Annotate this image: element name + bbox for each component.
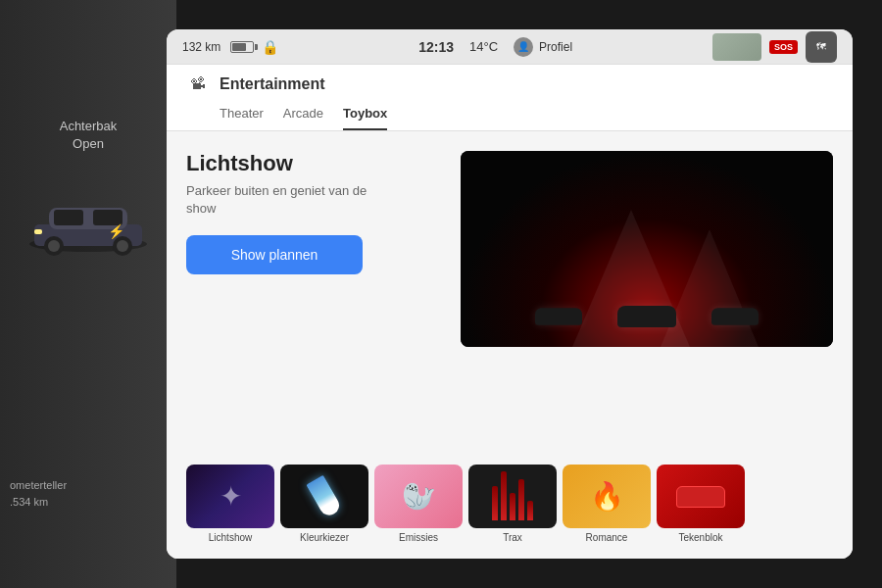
- svg-rect-9: [34, 229, 42, 234]
- feature-title: Lichtshow: [186, 151, 441, 176]
- status-left: 132 km 🔒: [182, 39, 278, 55]
- svg-point-6: [48, 240, 60, 252]
- plan-button[interactable]: Show plannen: [186, 235, 363, 274]
- battery-icon: [230, 41, 254, 53]
- temperature-display: 14°C: [469, 39, 498, 54]
- profile-label: Profiel: [539, 40, 572, 54]
- thumbnail-emissies[interactable]: Emissies: [374, 465, 463, 543]
- thumbnail-label-lichtshow: Lichtshow: [209, 532, 252, 543]
- map-thumbnail: [712, 33, 761, 61]
- car-illustration: ⚡: [20, 180, 157, 259]
- tab-arcade[interactable]: Arcade: [283, 102, 323, 130]
- navigation-icon[interactable]: 🗺: [806, 31, 837, 63]
- nav-tabs: Theater Arcade Toybox: [186, 102, 833, 130]
- odometer: ometerteller.534 km: [10, 477, 67, 510]
- trax-bar-5: [527, 501, 533, 520]
- profile-avatar: 👤: [514, 37, 533, 57]
- status-bar: 132 km 🔒 12:13 14°C 👤 Profiel SOS 🗺: [167, 29, 853, 65]
- thumbnail-img-romance: [563, 465, 651, 528]
- tekenblok-content: [657, 465, 745, 528]
- range-display: 132 km: [182, 40, 220, 54]
- thumbnail-label-romance: Romance: [586, 532, 628, 543]
- thumbnail-kleurkiezer[interactable]: Kleurkiezer: [280, 465, 368, 543]
- thumbnail-img-tekenblok: [657, 465, 745, 528]
- sidebar: AchterbakOpen ⚡ ometerteller.534 km: [0, 0, 176, 588]
- thumbnail-tekenblok[interactable]: Tekenblok: [657, 465, 745, 543]
- main-screen: 132 km 🔒 12:13 14°C 👤 Profiel SOS 🗺 📽: [167, 29, 853, 559]
- thumbnail-img-trax: [468, 465, 557, 528]
- trax-bar-3: [510, 493, 515, 520]
- thumbnail-img-emissies: [374, 465, 463, 528]
- status-right: SOS 🗺: [712, 31, 837, 63]
- trax-bar-4: [518, 479, 524, 520]
- thumbnail-img-lichtshow: [186, 465, 274, 528]
- tab-toybox[interactable]: Toybox: [343, 102, 387, 130]
- paint-brush-icon: [306, 474, 342, 518]
- main-content: Lichtshow Parkeer buiten en geniet van d…: [167, 131, 853, 455]
- car-status: AchterbakOpen: [60, 118, 118, 153]
- trax-bar-1: [492, 486, 498, 520]
- content-area: 📽 Entertainment Theater Arcade Toybox Li…: [167, 65, 853, 559]
- content-right: [461, 151, 833, 435]
- thumbnail-lichtshow[interactable]: Lichtshow: [186, 465, 274, 543]
- thumbnail-label-kleurkiezer: Kleurkiezer: [300, 532, 349, 543]
- thumbnail-label-trax: Trax: [503, 532, 522, 543]
- thumbnail-label-emissies: Emissies: [399, 532, 438, 543]
- thumbnail-romance[interactable]: Romance: [563, 465, 651, 543]
- trax-bars: [468, 465, 557, 528]
- entertainment-icon: 📽: [186, 74, 210, 94]
- tab-theater[interactable]: Theater: [220, 102, 264, 130]
- thumbnail-img-kleurkiezer: [280, 465, 368, 528]
- app-title: Entertainment: [220, 75, 325, 93]
- svg-point-8: [117, 240, 128, 252]
- clock-display: 12:13: [418, 39, 454, 55]
- svg-rect-3: [54, 210, 83, 225]
- profile-area[interactable]: 👤 Profiel: [514, 37, 572, 57]
- content-left: Lichtshow Parkeer buiten en geniet van d…: [186, 151, 441, 435]
- sos-badge[interactable]: SOS: [769, 40, 798, 54]
- svg-text:⚡: ⚡: [108, 223, 125, 240]
- thumbnail-trax[interactable]: Trax: [468, 465, 557, 543]
- preview-image: [461, 151, 833, 347]
- app-header: 📽 Entertainment Theater Arcade Toybox: [167, 65, 853, 131]
- app-title-row: 📽 Entertainment: [186, 74, 833, 94]
- lock-icon: 🔒: [262, 39, 278, 55]
- thumbnails-row: Lichtshow Kleurkiezer Emissies: [167, 455, 853, 559]
- thumbnail-label-tekenblok: Tekenblok: [678, 532, 722, 543]
- trax-bar-2: [501, 471, 507, 520]
- feature-description: Parkeer buiten en geniet van de show: [186, 182, 382, 218]
- car-mini-icon: [676, 486, 725, 508]
- status-center: 12:13 14°C 👤 Profiel: [418, 37, 572, 57]
